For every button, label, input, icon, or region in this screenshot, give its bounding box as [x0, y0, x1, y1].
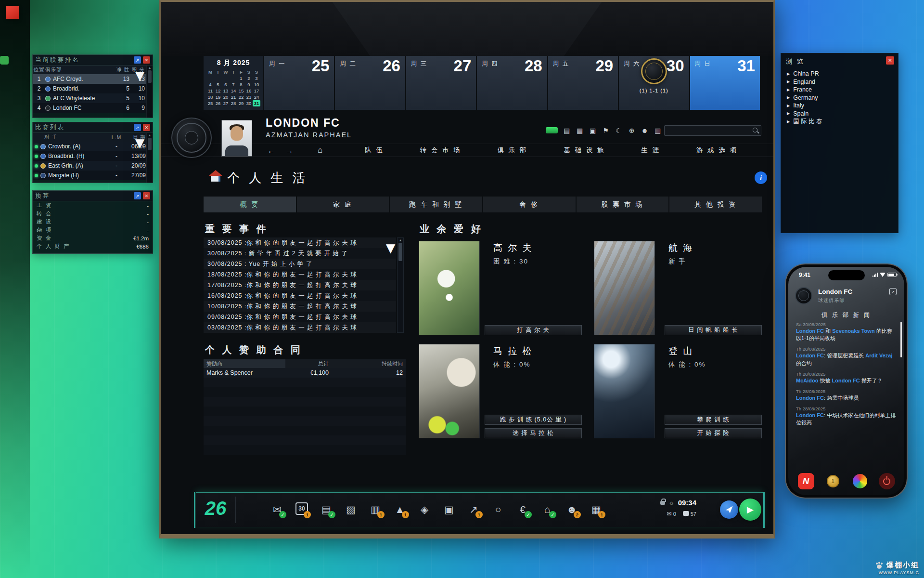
- search-icon[interactable]: ○: [489, 500, 507, 519]
- popout-icon[interactable]: ↗: [134, 124, 141, 131]
- event-row[interactable]: 09/08/2025 :你 和 你 的 朋 友 一 起 打 高 尔 夫 球: [204, 312, 396, 322]
- nav-item-1[interactable]: 转 会 市 场: [420, 146, 461, 155]
- books-icon[interactable]: ▥: [654, 126, 662, 134]
- media-app-icon[interactable]: [852, 473, 868, 489]
- calendar-day[interactable]: 周 日31: [690, 56, 760, 110]
- hobby-action-button[interactable]: 跑 步 训 练 (5.0公 里 ): [485, 415, 582, 425]
- fans-icon[interactable]: ☻: [641, 126, 649, 134]
- fixtures-scrollbar[interactable]: ▲▼: [146, 133, 153, 183]
- scroll-down-icon[interactable]: ▼: [132, 66, 148, 85]
- tab-0[interactable]: 概 要: [204, 197, 296, 212]
- close-icon[interactable]: ✕: [143, 56, 150, 64]
- tactics-cards-icon[interactable]: ▧: [342, 500, 360, 519]
- event-row[interactable]: 30/08/2025 : Yue 开 始 上 小 学 了: [204, 259, 396, 269]
- phone-news-item[interactable]: Th 28/08/2025London FC: 管理层想要延长 Ardit Ve…: [796, 346, 897, 367]
- popout-icon[interactable]: ↗: [134, 56, 141, 64]
- col-duration[interactable]: 持续时间: [331, 360, 406, 368]
- back-button[interactable]: ←: [268, 144, 275, 157]
- power-icon[interactable]: [879, 473, 895, 489]
- calendar-day[interactable]: 周 三27: [406, 56, 476, 110]
- event-row[interactable]: 17/08/2025 :你 和 你 的 朋 友 一 起 打 高 尔 夫 球: [204, 280, 396, 290]
- league-row[interactable]: 4London FC69: [33, 103, 153, 113]
- nav-item-4[interactable]: 生 涯: [641, 146, 660, 155]
- hobby-action-button[interactable]: 选 择 马 拉 松: [485, 428, 582, 438]
- nav-item-3[interactable]: 基 础 设 施: [564, 146, 605, 155]
- tab-2[interactable]: 跑 车 和 别 墅: [390, 197, 482, 212]
- calendar-day[interactable]: 周 四28: [477, 56, 547, 110]
- mail-icon[interactable]: ✉✓: [268, 500, 286, 519]
- sponsor-row[interactable]: Marks & Spencer €1,100 12: [204, 368, 406, 378]
- manager-status-icon[interactable]: [546, 127, 558, 133]
- scroll-thumb[interactable]: [148, 70, 152, 83]
- league-row[interactable]: 2Broadbrid.510: [33, 84, 153, 93]
- close-icon[interactable]: ✕: [886, 56, 894, 65]
- desktop-app-red-icon[interactable]: [6, 6, 19, 19]
- inbox-count[interactable]: ✉ 0: [667, 511, 676, 517]
- forward-button[interactable]: →: [286, 144, 293, 157]
- gear-icon[interactable]: ☼: [669, 499, 674, 506]
- trophy-icon[interactable]: ⚑: [602, 126, 610, 134]
- lock-icon[interactable]: [660, 501, 665, 505]
- fixture-row[interactable]: East Grin. (A)-20/09: [33, 161, 153, 171]
- notes-icon[interactable]: ▥1: [366, 500, 385, 519]
- phone-news-item[interactable]: Th 28/08/2025London FC: 中场技术家在他们的列单上排位很高: [796, 406, 897, 426]
- popout-icon[interactable]: ↗: [134, 192, 141, 199]
- scroll-down-icon[interactable]: ▼: [383, 239, 398, 257]
- achievements-icon[interactable]: 1: [825, 473, 841, 489]
- phone-news-item[interactable]: Th 28/08/2025McAidoo 快被 London FC 撵开了？: [796, 371, 897, 384]
- scroll-down-icon[interactable]: ▼: [132, 134, 148, 152]
- tab-4[interactable]: 股 票 市 场: [577, 197, 669, 212]
- browse-item-2[interactable]: ▶France: [787, 86, 893, 94]
- documents-icon[interactable]: ▣: [440, 500, 458, 519]
- desktop-app-green-icon[interactable]: [0, 56, 9, 65]
- calendar-day[interactable]: 周 五29: [548, 56, 618, 110]
- training-icon[interactable]: ▲1: [391, 500, 409, 519]
- club-crest-icon[interactable]: ◈: [415, 500, 434, 519]
- finances-icon[interactable]: ▤✓: [317, 500, 335, 519]
- calendar-day[interactable]: 周 二26: [335, 56, 405, 110]
- close-icon[interactable]: ✕: [143, 124, 150, 131]
- calendar-icon[interactable]: 301: [293, 500, 311, 519]
- event-row[interactable]: 30/08/2025 :你 和 你 的 朋 友 一 起 打 高 尔 夫 球: [204, 237, 396, 248]
- event-row[interactable]: 18/08/2025 :你 和 你 的 朋 友 一 起 打 高 尔 夫 球: [204, 269, 396, 280]
- world-icon[interactable]: ⊕: [628, 126, 636, 134]
- col-sponsor[interactable]: 赞助商: [204, 359, 285, 368]
- col-total[interactable]: 总计: [285, 360, 331, 368]
- tab-5[interactable]: 其 他 投 资: [669, 197, 762, 212]
- share-button[interactable]: [720, 500, 738, 519]
- browse-item-3[interactable]: ▶Germany: [787, 94, 893, 102]
- social-icon[interactable]: ▦: [576, 126, 584, 134]
- phone-scroll-indicator[interactable]: [900, 322, 902, 357]
- events-scrollbar[interactable]: ▲▼: [397, 237, 404, 333]
- event-row[interactable]: 10/08/2025 :你 和 你 的 朋 友 一 起 打 高 尔 夫 球: [204, 301, 396, 312]
- close-icon[interactable]: ✕: [143, 192, 150, 199]
- corporate-icon[interactable]: ▦1: [587, 500, 605, 519]
- scroll-thumb[interactable]: [398, 243, 402, 261]
- external-link-icon[interactable]: ↗: [889, 288, 897, 295]
- scroll-up-icon[interactable]: ▲: [148, 66, 152, 69]
- transfers-icon[interactable]: ↗1: [464, 500, 483, 519]
- budget-icon[interactable]: €✓: [513, 500, 532, 519]
- league-scrollbar[interactable]: ▲▼: [146, 66, 153, 118]
- manager-avatar[interactable]: [221, 120, 252, 157]
- news-icon[interactable]: ▤: [563, 126, 571, 134]
- browse-item-6[interactable]: ▶国 际 比 赛: [787, 118, 893, 126]
- chat-count[interactable]: 57: [683, 511, 696, 517]
- search-input[interactable]: [664, 125, 761, 136]
- calendar-day[interactable]: 周 一25: [264, 56, 334, 110]
- fixture-row[interactable]: Broadbrid. (H)-13/09: [33, 151, 153, 161]
- col-goal-diff[interactable]: 净 胜: [110, 66, 129, 73]
- tab-1[interactable]: 家 庭: [297, 197, 389, 212]
- browse-item-5[interactable]: ▶Spain: [787, 110, 893, 118]
- hobby-action-button[interactable]: 日 间 帆 船 船 长: [665, 325, 762, 335]
- nav-item-0[interactable]: 队 伍: [365, 146, 384, 155]
- screenshot-icon[interactable]: ▣: [589, 126, 597, 134]
- tab-3[interactable]: 奢 侈: [483, 197, 576, 212]
- fixture-row[interactable]: Margate (H)-27/09: [33, 171, 153, 180]
- info-button[interactable]: i: [755, 171, 767, 184]
- night-mode-icon[interactable]: ☾: [615, 126, 623, 134]
- col-club[interactable]: 俱乐部: [45, 66, 110, 73]
- phone-news-item[interactable]: Th 28/08/2025London FC: 急需中场球员: [796, 389, 897, 402]
- event-row[interactable]: 16/08/2025 :你 和 你 的 朋 友 一 起 打 高 尔 夫 球: [204, 290, 396, 301]
- league-row[interactable]: 3AFC Whyteleafe510: [33, 93, 153, 103]
